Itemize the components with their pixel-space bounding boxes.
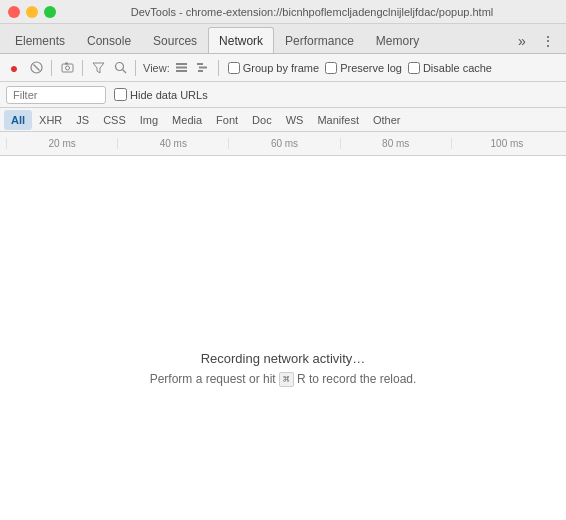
recording-hint: Perform a request or hit ⌘ R to record t… (150, 372, 417, 386)
group-by-frame-label[interactable]: Group by frame (243, 62, 319, 74)
search-icon (114, 61, 127, 74)
filter-row: Hide data URLs (0, 82, 566, 108)
toolbar-row: ● View: (0, 54, 566, 82)
svg-rect-9 (176, 67, 187, 69)
hint-letter: R (294, 372, 306, 386)
type-filter-all[interactable]: All (4, 110, 32, 130)
view-list-button[interactable] (172, 58, 192, 78)
svg-marker-5 (93, 63, 104, 73)
svg-line-1 (33, 65, 39, 71)
toolbar-separator-3 (135, 60, 136, 76)
preserve-log-label[interactable]: Preserve log (340, 62, 402, 74)
tab-network[interactable]: Network (208, 27, 274, 53)
camera-icon (61, 61, 74, 74)
view-waterfall-button[interactable] (193, 58, 213, 78)
hide-data-urls-label[interactable]: Hide data URLs (130, 89, 208, 101)
type-filter-ws[interactable]: WS (279, 110, 311, 130)
close-button[interactable] (8, 6, 20, 18)
svg-point-6 (115, 63, 123, 71)
svg-rect-13 (198, 70, 203, 72)
timeline-ticks: 20 ms 40 ms 60 ms 80 ms 100 ms (6, 138, 562, 149)
svg-point-3 (65, 66, 69, 70)
toolbar-separator-2 (82, 60, 83, 76)
minimize-button[interactable] (26, 6, 38, 18)
timeline-header: 20 ms 40 ms 60 ms 80 ms 100 ms (0, 132, 566, 156)
recording-message: Recording network activity… (201, 351, 366, 366)
search-button[interactable] (110, 58, 130, 78)
maximize-button[interactable] (44, 6, 56, 18)
group-by-frame-group: Group by frame (228, 62, 319, 74)
cmd-key: ⌘ (279, 372, 294, 387)
clear-icon (30, 61, 43, 74)
svg-rect-11 (197, 63, 203, 65)
tick-40ms: 40 ms (117, 138, 228, 149)
hide-data-urls-checkbox[interactable] (114, 88, 127, 101)
type-filter-other[interactable]: Other (366, 110, 408, 130)
window-controls (8, 6, 56, 18)
tab-sources[interactable]: Sources (142, 27, 208, 53)
filter-button[interactable] (88, 58, 108, 78)
more-tabs-button[interactable]: » (510, 29, 534, 53)
tab-console[interactable]: Console (76, 27, 142, 53)
hide-data-urls-group: Hide data URLs (114, 88, 208, 101)
type-filter-manifest[interactable]: Manifest (310, 110, 366, 130)
type-filter-doc[interactable]: Doc (245, 110, 279, 130)
tick-60ms: 60 ms (228, 138, 339, 149)
tick-20ms: 20 ms (6, 138, 117, 149)
tabs-row: Elements Console Sources Network Perform… (0, 24, 566, 54)
type-filter-font[interactable]: Font (209, 110, 245, 130)
tick-80ms: 80 ms (340, 138, 451, 149)
clear-button[interactable] (26, 58, 46, 78)
preserve-log-group: Preserve log (325, 62, 402, 74)
tab-elements[interactable]: Elements (4, 27, 76, 53)
type-filter-js[interactable]: JS (69, 110, 96, 130)
type-filter-xhr[interactable]: XHR (32, 110, 69, 130)
svg-rect-2 (62, 64, 73, 72)
toolbar-separator-1 (51, 60, 52, 76)
camera-button[interactable] (57, 58, 77, 78)
view-icons (172, 58, 213, 78)
tick-100ms: 100 ms (451, 138, 562, 149)
svg-rect-4 (65, 63, 68, 65)
disable-cache-checkbox[interactable] (408, 62, 420, 74)
title-bar: DevTools - chrome-extension://bicnhpofle… (0, 0, 566, 24)
group-by-frame-checkbox[interactable] (228, 62, 240, 74)
type-filter-media[interactable]: Media (165, 110, 209, 130)
tab-performance[interactable]: Performance (274, 27, 365, 53)
tabs-overflow-menu: » ⋮ (510, 29, 566, 53)
disable-cache-group: Disable cache (408, 62, 492, 74)
view-label: View: (143, 62, 170, 74)
type-filter-row: All XHR JS CSS Img Media Font Doc WS Man… (0, 108, 566, 132)
type-filter-img[interactable]: Img (133, 110, 165, 130)
filter-icon (92, 61, 105, 74)
toolbar-separator-4 (218, 60, 219, 76)
svg-rect-10 (176, 70, 187, 72)
type-filter-css[interactable]: CSS (96, 110, 133, 130)
svg-rect-12 (199, 67, 207, 69)
record-button[interactable]: ● (4, 58, 24, 78)
devtools-menu-button[interactable]: ⋮ (536, 29, 560, 53)
filter-input[interactable] (6, 86, 106, 104)
tab-memory[interactable]: Memory (365, 27, 430, 53)
list-view-icon (175, 61, 188, 74)
recording-area: Recording network activity… Perform a re… (150, 351, 417, 386)
hint-prefix: Perform a request or hit (150, 372, 279, 386)
window-title: DevTools - chrome-extension://bicnhpofle… (66, 6, 558, 18)
preserve-log-checkbox[interactable] (325, 62, 337, 74)
disable-cache-label[interactable]: Disable cache (423, 62, 492, 74)
waterfall-view-icon (196, 61, 209, 74)
svg-rect-8 (176, 63, 187, 65)
svg-line-7 (122, 70, 126, 74)
main-content: Recording network activity… Perform a re… (0, 156, 566, 520)
hint-suffix: to record the reload. (306, 372, 417, 386)
